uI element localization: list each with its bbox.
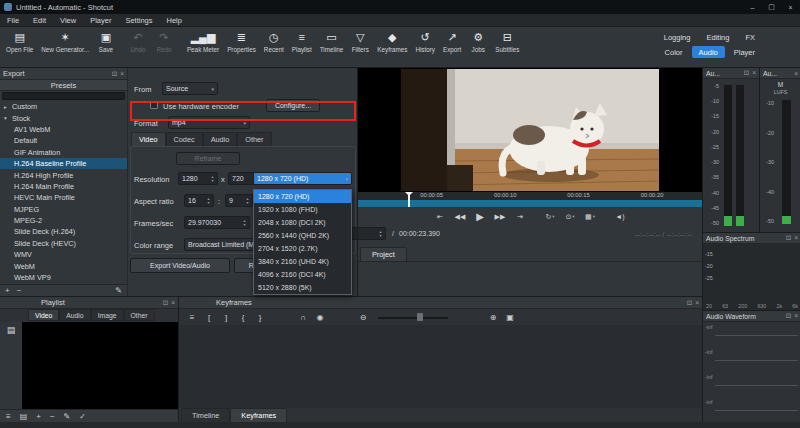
properties-button[interactable]: ≣ Properties — [223, 29, 260, 55]
preset-item[interactable]: Default — [0, 135, 127, 146]
playlist-ok-button[interactable]: ✓ — [79, 412, 86, 421]
fast-forward-button[interactable]: ▶▶ — [492, 210, 508, 224]
close-button[interactable]: × — [781, 0, 800, 14]
layout-logging-button[interactable]: Logging — [657, 31, 698, 43]
layout-color-button[interactable]: Color — [658, 46, 690, 58]
playlist-tab-image[interactable]: Image — [91, 309, 124, 321]
menu-help[interactable]: Help — [160, 16, 189, 25]
playlist-tab-video[interactable]: Video — [28, 309, 59, 321]
spinner-arrows-icon[interactable] — [209, 174, 216, 183]
aspect-width-field[interactable] — [184, 194, 214, 207]
float-panel-icon[interactable]: ⊡ — [786, 312, 791, 320]
tab-video[interactable]: Video — [131, 132, 166, 146]
playlist-tab-other[interactable]: Other — [124, 309, 155, 321]
close-panel-icon[interactable]: × — [171, 299, 175, 307]
preset-item[interactable]: AV1 WebM — [0, 124, 127, 135]
format-combo[interactable]: mp4 — [168, 116, 250, 129]
subtitles-button[interactable]: ⊟ Subtitles — [491, 29, 523, 55]
hardware-encoder-checkbox[interactable] — [150, 101, 158, 109]
spinner-arrows-icon[interactable] — [205, 196, 212, 205]
playlist-menu-button[interactable]: ≡ — [6, 412, 11, 421]
float-panel-icon[interactable]: ⊡ — [744, 69, 749, 77]
preset-item[interactable]: WMV — [0, 249, 127, 260]
resolution-option[interactable]: 1280 x 720 (HD) — [254, 190, 351, 203]
export-video-audio-button[interactable]: Export Video/Audio — [130, 258, 230, 273]
keyframes-button[interactable]: ◆ Keyframes — [373, 29, 411, 55]
player-scrub-bar[interactable] — [358, 200, 702, 207]
fps-field[interactable] — [184, 216, 250, 229]
resolution-option[interactable]: 1920 x 1080 (FHD) — [254, 203, 351, 216]
new-generator-button[interactable]: ✶ New Generator... — [37, 29, 93, 55]
zoom-fit-icon[interactable]: ▣ — [504, 311, 516, 324]
float-panel-icon[interactable]: ⊡ — [786, 234, 791, 242]
close-panel-icon[interactable]: × — [695, 299, 699, 307]
close-panel-icon[interactable]: × — [794, 312, 798, 320]
playlist-view-button[interactable]: ▤ — [20, 412, 28, 421]
preset-item[interactable]: WebM — [0, 260, 127, 271]
rewind-button[interactable]: ◀◀ — [452, 210, 468, 224]
preset-item[interactable]: H.264 Baseline Profile — [0, 158, 127, 169]
keyframes-zoom-slider[interactable] — [378, 312, 448, 322]
configure-button[interactable]: Configure... — [266, 99, 320, 112]
playhead-marker[interactable] — [408, 192, 410, 207]
player-timeline-ruler[interactable]: 00:00:0500:00:1000:00:1500:00:20 — [358, 192, 702, 207]
menu-settings[interactable]: Settings — [118, 16, 159, 25]
recent-button[interactable]: ◷ Recent — [260, 29, 288, 55]
preset-item[interactable]: ▾ Stock — [0, 112, 127, 123]
add-preset-button[interactable]: + — [5, 286, 10, 295]
preset-item[interactable]: WebM VP9 — [0, 272, 127, 283]
zoom-in-icon[interactable]: ⊕ — [487, 311, 499, 324]
tab-audio[interactable]: Audio — [203, 132, 238, 146]
filters-button[interactable]: ▽ Filters — [347, 29, 373, 55]
scrub-while-dragging-button[interactable]: ◉ — [314, 311, 326, 324]
layout-editing-button[interactable]: Editing — [699, 31, 736, 43]
tab-project[interactable]: Project — [360, 247, 407, 261]
minimize-button[interactable]: – — [743, 0, 762, 14]
playlist-remove-button[interactable]: − — [50, 412, 55, 421]
play-button[interactable]: ▶ — [472, 210, 488, 224]
close-panel-icon[interactable]: × — [794, 70, 798, 77]
menu-file[interactable]: File — [0, 16, 26, 25]
menu-view[interactable]: View — [53, 16, 83, 25]
resolution-option[interactable]: 2048 x 1080 (DCI 2K) — [254, 216, 351, 229]
resolution-option[interactable]: 2560 x 1440 (QHD 2K) — [254, 229, 351, 242]
from-combo[interactable]: Source — [162, 82, 218, 95]
resolution-width-field[interactable] — [178, 172, 218, 185]
resolution-option[interactable]: 4096 x 2160 (DCI 4K) — [254, 268, 351, 281]
history-button[interactable]: ↺ History — [411, 29, 439, 55]
close-panel-icon[interactable]: × — [794, 234, 798, 242]
keyframes-track-area[interactable] — [179, 325, 703, 408]
skip-end-button[interactable]: ⇥ — [512, 210, 528, 224]
playlist-button[interactable]: ≡ Playlist — [288, 29, 316, 55]
simple-keyframe-end-button[interactable]: } — [254, 311, 266, 324]
preset-item[interactable]: HEVC Main Profile — [0, 192, 127, 203]
simple-keyframe-start-button[interactable]: { — [237, 311, 249, 324]
redo-button[interactable]: ↷ Redo — [151, 29, 177, 55]
jobs-button[interactable]: ⚙ Jobs — [465, 29, 491, 55]
spinner-arrows-icon[interactable] — [377, 229, 384, 238]
close-panel-icon[interactable]: × — [752, 69, 756, 77]
layout-player-button[interactable]: Player — [727, 46, 762, 58]
maximize-button[interactable]: ▢ — [762, 0, 781, 14]
preset-item[interactable]: H.264 Main Profile — [0, 181, 127, 192]
preset-item[interactable]: MJPEG — [0, 204, 127, 215]
tab-other[interactable]: Other — [237, 132, 271, 146]
tab-codec[interactable]: Codec — [166, 132, 203, 146]
preset-item[interactable]: MPEG-2 — [0, 215, 127, 226]
loop-button[interactable]: ↻ — [542, 210, 558, 224]
peak-meter-button[interactable]: ▂▄▆ Peak Meter — [183, 29, 223, 55]
playlist-tab-audio[interactable]: Audio — [59, 309, 90, 321]
preset-item[interactable]: H.264 High Profile — [0, 169, 127, 180]
resolution-option[interactable]: 5120 x 2880 (5K) — [254, 281, 351, 294]
menu-player[interactable]: Player — [83, 16, 118, 25]
keyframes-menu-button[interactable]: ≡ — [186, 311, 198, 324]
layout-audio-button[interactable]: Audio — [692, 46, 725, 58]
preset-item[interactable]: Slide Deck (H.264) — [0, 226, 127, 237]
skip-start-button[interactable]: ⇤ — [432, 210, 448, 224]
playlist-update-button[interactable]: ✎ — [64, 412, 71, 421]
save-button[interactable]: ▣ Save — [93, 29, 119, 55]
remove-preset-button[interactable]: − — [17, 286, 22, 295]
playlist-thumbnail-area[interactable] — [22, 322, 178, 409]
edit-preset-button[interactable]: ✎ — [115, 286, 122, 295]
volume-button[interactable]: ◄) — [612, 210, 628, 224]
